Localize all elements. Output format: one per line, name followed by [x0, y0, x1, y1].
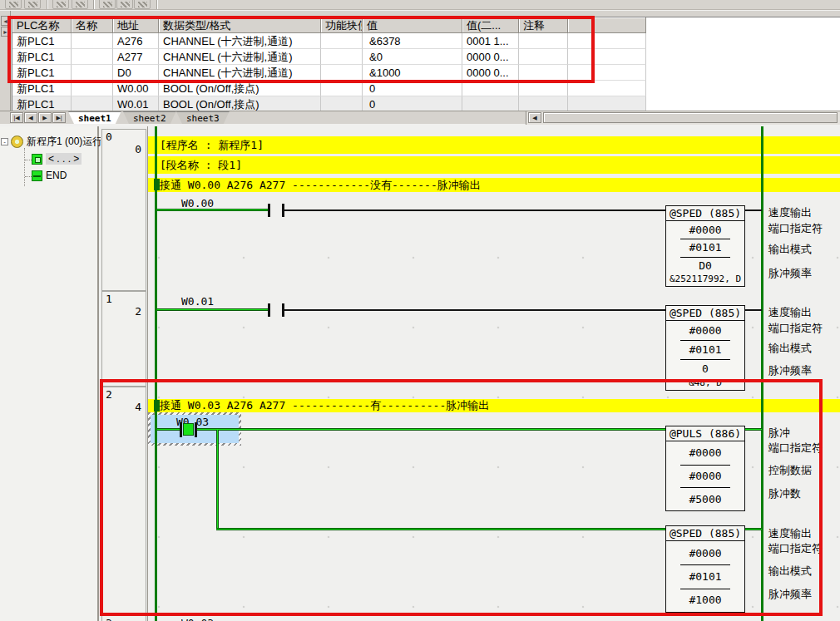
contact-symbol[interactable] [268, 204, 270, 217]
cell-comment [519, 49, 568, 65]
tab-sheet1[interactable]: sheet1 [68, 111, 121, 124]
horizontal-scrollbar[interactable]: ◀ [526, 111, 840, 125]
operand[interactable]: #0000 [666, 441, 744, 465]
operand-label: 端口指定符 [768, 541, 823, 556]
toolbar-button-icon[interactable] [116, 0, 133, 9]
column-header[interactable]: 功能块使... [321, 17, 363, 33]
instruction-block-sped2[interactable]: @SPED (885) #0000 #0101 0 &48, D [665, 305, 745, 391]
cell-comment [519, 81, 568, 96]
rung-number-cell[interactable]: 0 0 [101, 129, 146, 291]
tab-sheet3[interactable]: sheet3 [176, 111, 230, 124]
toolbar-separator [156, 0, 158, 9]
operand[interactable]: #0000 [666, 221, 744, 239]
operand[interactable]: 0 [666, 359, 744, 378]
operand[interactable]: #0000 [666, 321, 744, 340]
operand-label: 脉冲频率 [768, 266, 812, 281]
operand[interactable]: #0000 [666, 465, 744, 488]
next-sheet-button[interactable]: ▶ [38, 112, 52, 123]
contact-symbol[interactable] [268, 303, 270, 317]
watch-row[interactable]: 新PLC1 A277 CHANNEL (十六进制,通道) &0 0000 0..… [12, 49, 840, 65]
watch-row[interactable]: 新PLC1 A276 CHANNEL (十六进制,通道) &6378 0001 … [12, 33, 840, 49]
cell-plc-name: 新PLC1 [12, 49, 72, 65]
right-bus-bar [761, 126, 763, 621]
ladder-canvas[interactable]: [程序名 : 新程序1] [段名称 : 段1] 接通 W0.00 A276 A2… [148, 126, 840, 621]
watch-row[interactable]: 新PLC1 W0.00 BOOL (On/Off,接点) 0 [12, 81, 840, 96]
column-header[interactable]: 名称 [72, 17, 113, 33]
toolbar-glyph-icon [103, 2, 112, 7]
column-header[interactable]: 值(二... [462, 17, 519, 33]
scrollbar-thumb[interactable] [543, 112, 838, 123]
column-header[interactable]: 数据类型/格式 [159, 17, 321, 33]
tree-item-section[interactable]: < . . . > [32, 152, 82, 166]
cell-fb-usage [321, 49, 363, 65]
toolbar-button-icon[interactable] [134, 0, 151, 9]
contact-label: W0.01 [181, 295, 214, 308]
scroll-left-icon[interactable]: ◄ [1, 16, 10, 26]
column-header[interactable]: PLC名称 [12, 17, 72, 33]
instruction-title: @SPED (885) [666, 526, 744, 541]
wire [284, 309, 665, 311]
last-sheet-button[interactable]: ▶| [52, 112, 66, 123]
rung-number-cell[interactable]: 2 4 [101, 387, 146, 615]
contact-symbol[interactable] [282, 204, 284, 217]
tree-item-program[interactable]: 新程序1 (00)运行 [11, 135, 102, 149]
previous-sheet-button[interactable]: ◀ [24, 112, 37, 123]
operand-label: 速度输出 [768, 205, 812, 220]
toolbar-button-icon[interactable] [24, 0, 41, 9]
rung-number-cell[interactable]: 1 2 [101, 291, 146, 387]
operand[interactable]: #0000 [666, 541, 744, 564]
toolbar-button-icon[interactable] [99, 0, 116, 9]
toolbar-button-icon[interactable] [5, 0, 22, 9]
column-header[interactable]: 值 [363, 17, 462, 33]
partial-contact-label: W0.03 [181, 617, 231, 621]
instruction-block-sped3[interactable]: @SPED (885) #0000 #0101 #1000 [665, 525, 745, 613]
cell-address: W0.01 [113, 96, 159, 111]
watch-row[interactable]: 新PLC1 D0 CHANNEL (十六进制,通道) &1000 0000 0.… [12, 65, 840, 81]
toolbar-glyph-icon [57, 2, 66, 7]
operand[interactable]: #0101 [666, 340, 744, 359]
column-header [568, 17, 646, 33]
operand[interactable]: D0 [666, 257, 744, 274]
scroll-left-icon[interactable]: ◀ [528, 112, 541, 123]
operand[interactable]: #0101 [666, 564, 744, 588]
operand-label: 控制数据 [768, 463, 812, 478]
toolbar-button-icon[interactable] [52, 0, 69, 9]
rung-number-cell[interactable]: 3 [101, 615, 146, 621]
cell-fb-usage [321, 81, 363, 96]
tab-sheet2[interactable]: sheet2 [123, 111, 176, 124]
instruction-block-puls[interactable]: @PULS (886) #0000 #0000 #5000 [665, 426, 745, 511]
tree-item-label: < . . . > [46, 153, 82, 165]
cell-plc-name: 新PLC1 [12, 96, 72, 111]
tree-expander-icon[interactable]: - [1, 138, 8, 145]
operand[interactable]: #1000 [666, 589, 744, 612]
watch-header-row: PLC名称 名称 地址 数据类型/格式 功能块使... 值 值(二... 注释 [12, 17, 840, 33]
sheet-tab-bar: |◀ ◀ ▶ ▶| sheet1 sheet2 sheet3 ◀ [0, 111, 840, 124]
column-header[interactable]: 地址 [113, 17, 159, 33]
cell-value: &6378 [363, 33, 462, 49]
wire-energized [745, 428, 762, 431]
operand[interactable]: #0101 [666, 239, 744, 256]
operand-label: 脉冲频率 [768, 363, 812, 378]
cell-empty [568, 33, 646, 49]
contact-symbol[interactable] [282, 303, 284, 317]
top-toolbar [0, 0, 840, 10]
instruction-title: @SPED (885) [666, 206, 744, 221]
program-icon [11, 136, 23, 148]
contact-symbol[interactable] [195, 422, 197, 437]
cell-value-binary: 0000 0... [462, 65, 519, 81]
scroll-right-icon[interactable]: ► [1, 27, 10, 37]
operand[interactable]: #5000 [666, 487, 744, 510]
toolbar-button-icon[interactable] [72, 0, 88, 9]
instruction-block-sped1[interactable]: @SPED (885) #0000 #0101 D0 &252117992, D [665, 205, 745, 287]
column-header[interactable]: 注释 [519, 17, 568, 33]
rung-comment-marker [154, 179, 160, 190]
cell-comment [519, 65, 568, 81]
watch-row[interactable]: 新PLC1 W0.01 BOOL (On/Off,接点) 0 [12, 96, 840, 111]
cell-value: 0 [363, 96, 462, 111]
comment-bar-program: [程序名 : 新程序1] [148, 136, 840, 154]
instruction-title: @PULS (886) [666, 426, 744, 441]
tree-item-end[interactable]: END [32, 169, 67, 183]
cell-value-binary [462, 81, 519, 96]
first-sheet-button[interactable]: |◀ [10, 112, 23, 123]
contact-symbol[interactable] [180, 422, 182, 437]
